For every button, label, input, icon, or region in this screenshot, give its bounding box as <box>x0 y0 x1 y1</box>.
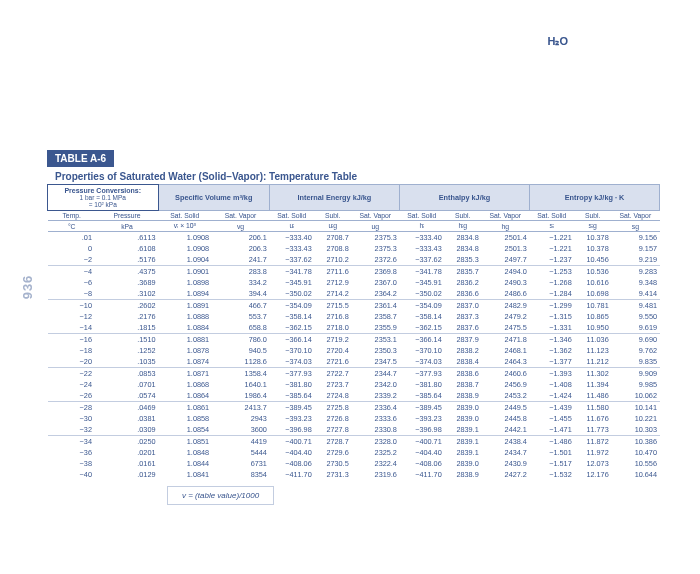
cell: 12.073 <box>574 458 611 469</box>
table-container: TABLE A-6 Properties of Saturated Water … <box>47 150 660 505</box>
table-title: Properties of Saturated Water (Solid–Vap… <box>55 171 660 182</box>
cell: −40 <box>48 469 96 480</box>
cell: 10.221 <box>611 413 659 424</box>
table-row: −10.26021.0891466.7−354.092715.52361.4−3… <box>48 300 660 312</box>
cell: −370.10 <box>269 345 314 356</box>
cell: 9.481 <box>611 300 659 312</box>
cell: .0201 <box>96 447 158 458</box>
cell: 2486.6 <box>481 288 529 300</box>
cell: 2710.2 <box>314 254 351 266</box>
cell: .2176 <box>96 311 158 322</box>
cell: 2460.6 <box>481 368 529 380</box>
colhead1-6: Sat. Vapor <box>351 211 399 221</box>
cell: −30 <box>48 413 96 424</box>
cell: −404.40 <box>399 447 444 458</box>
cell: 2724.8 <box>314 390 351 402</box>
cell: −333.43 <box>269 243 314 254</box>
cell: −358.14 <box>269 311 314 322</box>
cell: 1.0871 <box>158 368 212 380</box>
cell: 2711.6 <box>314 266 351 278</box>
cell: 2837.0 <box>444 300 481 312</box>
cell: 9.835 <box>611 356 659 368</box>
cell: 2430.9 <box>481 458 529 469</box>
cell: 241.7 <box>212 254 270 266</box>
cell: −377.93 <box>269 368 314 380</box>
cell: .0250 <box>96 436 158 448</box>
colhead2-5: uᵢg <box>314 221 351 232</box>
cell: 1.0878 <box>158 345 212 356</box>
cell: 2714.2 <box>314 288 351 300</box>
cell: 1.0851 <box>158 436 212 448</box>
cell: −404.40 <box>269 447 314 458</box>
colhead1-5: Subl. <box>314 211 351 221</box>
cell: 2449.5 <box>481 402 529 414</box>
table-footer: v = (table value)/1000 <box>167 486 274 505</box>
cell: 2353.1 <box>351 334 399 346</box>
cell: 2372.6 <box>351 254 399 266</box>
grp-entropy: Entropy kJ/kg · K <box>529 185 659 211</box>
colhead1-3: Sat. Vapor <box>212 211 270 221</box>
table-row: 0.61081.0908206.3−333.432708.82375.3−333… <box>48 243 660 254</box>
cell: 9.157 <box>611 243 659 254</box>
cell: 2730.5 <box>314 458 351 469</box>
cell: 2319.6 <box>351 469 399 480</box>
cell: 2835.3 <box>444 254 481 266</box>
cell: 9.619 <box>611 322 659 334</box>
cell: 12.176 <box>574 469 611 480</box>
cell: .0574 <box>96 390 158 402</box>
cell: 2712.9 <box>314 277 351 288</box>
colhead1-11: Subl. <box>574 211 611 221</box>
cell: 2835.7 <box>444 266 481 278</box>
cell: 2350.3 <box>351 345 399 356</box>
table-row: −12.21761.0888553.7−358.142716.82358.7−3… <box>48 311 660 322</box>
table-row: .01.61131.0908206.1−333.402708.72375.3−3… <box>48 232 660 244</box>
cell: 2497.7 <box>481 254 529 266</box>
cell: −354.09 <box>399 300 444 312</box>
cell: −350.02 <box>399 288 444 300</box>
cell: −354.09 <box>269 300 314 312</box>
cell: .1252 <box>96 345 158 356</box>
cell: −389.45 <box>269 402 314 414</box>
cell: −32 <box>48 424 96 436</box>
table-row: −36.02011.08485444−404.402729.62325.2−40… <box>48 447 660 458</box>
cell: 10.781 <box>574 300 611 312</box>
cell: 11.773 <box>574 424 611 436</box>
table-row: −24.07011.08681640.1−381.802723.72342.0−… <box>48 379 660 390</box>
colhead2-11: sᵢg <box>574 221 611 232</box>
cell: −345.91 <box>399 277 444 288</box>
cell: 10.062 <box>611 390 659 402</box>
cell: 1.0881 <box>158 334 212 346</box>
cell: 2490.3 <box>481 277 529 288</box>
cell: 3600 <box>212 424 270 436</box>
cell: −24 <box>48 379 96 390</box>
cell: .6108 <box>96 243 158 254</box>
cell: −22 <box>48 368 96 380</box>
cell: −1.532 <box>529 469 574 480</box>
cell: −341.78 <box>269 266 314 278</box>
cell: −1.268 <box>529 277 574 288</box>
cell: 5444 <box>212 447 270 458</box>
cell: 2839.1 <box>444 447 481 458</box>
cell: 11.676 <box>574 413 611 424</box>
cell: −1.346 <box>529 334 574 346</box>
cell: 11.394 <box>574 379 611 390</box>
cell: 1640.1 <box>212 379 270 390</box>
cell: −366.14 <box>399 334 444 346</box>
cell: −1.221 <box>529 232 574 244</box>
cell: 1.0861 <box>158 402 212 414</box>
cell: 2716.8 <box>314 311 351 322</box>
cell: −18 <box>48 345 96 356</box>
cell: 2438.4 <box>481 436 529 448</box>
cell: .3689 <box>96 277 158 288</box>
cell: −358.14 <box>399 311 444 322</box>
cell: 2464.3 <box>481 356 529 368</box>
cell: −408.06 <box>399 458 444 469</box>
cell: 2838.2 <box>444 345 481 356</box>
cell: 2837.3 <box>444 311 481 322</box>
cell: 2434.7 <box>481 447 529 458</box>
cell: 11.580 <box>574 402 611 414</box>
colhead2-4: uᵢ <box>269 221 314 232</box>
cell: 2339.2 <box>351 390 399 402</box>
colhead2-3: vg <box>212 221 270 232</box>
cell: 2839.0 <box>444 402 481 414</box>
